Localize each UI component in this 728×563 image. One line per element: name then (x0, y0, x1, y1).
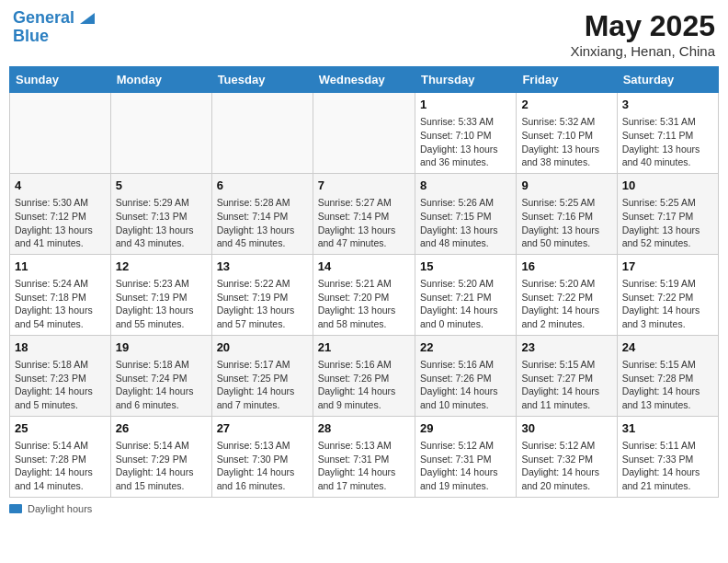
logo-text: General (13, 9, 74, 28)
day-number: 15 (420, 259, 511, 275)
day-detail: Sunrise: 5:28 AM Sunset: 7:14 PM Dayligh… (217, 196, 308, 250)
calendar-cell: 23Sunrise: 5:15 AM Sunset: 7:27 PM Dayli… (517, 335, 617, 416)
day-detail: Sunrise: 5:20 AM Sunset: 7:22 PM Dayligh… (521, 277, 611, 331)
calendar-cell: 19Sunrise: 5:18 AM Sunset: 7:24 PM Dayli… (110, 335, 211, 416)
calendar-cell: 7Sunrise: 5:27 AM Sunset: 7:14 PM Daylig… (313, 173, 415, 254)
day-detail: Sunrise: 5:26 AM Sunset: 7:15 PM Dayligh… (420, 196, 511, 250)
day-detail: Sunrise: 5:32 AM Sunset: 7:10 PM Dayligh… (521, 115, 611, 169)
weekday-header-saturday: Saturday (617, 67, 718, 93)
calendar-cell: 17Sunrise: 5:19 AM Sunset: 7:22 PM Dayli… (617, 254, 718, 335)
day-detail: Sunrise: 5:21 AM Sunset: 7:20 PM Dayligh… (318, 277, 410, 331)
calendar-cell: 13Sunrise: 5:22 AM Sunset: 7:19 PM Dayli… (211, 254, 313, 335)
calendar-cell: 6Sunrise: 5:28 AM Sunset: 7:14 PM Daylig… (211, 173, 313, 254)
calendar-table: SundayMondayTuesdayWednesdayThursdayFrid… (9, 66, 719, 498)
weekday-header-thursday: Thursday (415, 67, 516, 93)
day-detail: Sunrise: 5:13 AM Sunset: 7:30 PM Dayligh… (217, 439, 308, 493)
day-detail: Sunrise: 5:12 AM Sunset: 7:32 PM Dayligh… (521, 439, 611, 493)
day-detail: Sunrise: 5:11 AM Sunset: 7:33 PM Dayligh… (622, 439, 713, 493)
calendar-cell: 10Sunrise: 5:25 AM Sunset: 7:17 PM Dayli… (617, 173, 718, 254)
day-detail: Sunrise: 5:25 AM Sunset: 7:16 PM Dayligh… (521, 196, 611, 250)
day-number: 3 (622, 97, 713, 113)
day-number: 31 (622, 420, 713, 437)
day-number: 9 (521, 178, 611, 194)
calendar-cell: 25Sunrise: 5:14 AM Sunset: 7:28 PM Dayli… (10, 416, 111, 497)
calendar-cell: 29Sunrise: 5:12 AM Sunset: 7:31 PM Dayli… (415, 416, 516, 497)
day-number: 13 (217, 259, 308, 275)
daylight-bar-icon (9, 504, 22, 513)
weekday-header-friday: Friday (517, 67, 617, 93)
calendar-cell: 28Sunrise: 5:13 AM Sunset: 7:31 PM Dayli… (313, 416, 415, 497)
weekday-header-tuesday: Tuesday (211, 67, 313, 93)
day-number: 27 (217, 420, 308, 437)
day-number: 12 (116, 259, 207, 275)
day-detail: Sunrise: 5:23 AM Sunset: 7:19 PM Dayligh… (116, 277, 207, 331)
weekday-header-sunday: Sunday (10, 67, 111, 93)
calendar-cell: 21Sunrise: 5:16 AM Sunset: 7:26 PM Dayli… (313, 335, 415, 416)
day-detail: Sunrise: 5:22 AM Sunset: 7:19 PM Dayligh… (217, 277, 308, 331)
day-detail: Sunrise: 5:15 AM Sunset: 7:27 PM Dayligh… (521, 358, 611, 412)
svg-marker-0 (80, 13, 95, 24)
calendar-cell: 15Sunrise: 5:20 AM Sunset: 7:21 PM Dayli… (415, 254, 516, 335)
calendar-cell: 3Sunrise: 5:31 AM Sunset: 7:11 PM Daylig… (617, 93, 718, 174)
calendar-week-row: 11Sunrise: 5:24 AM Sunset: 7:18 PM Dayli… (10, 254, 719, 335)
day-number: 20 (217, 339, 308, 356)
calendar-cell: 1Sunrise: 5:33 AM Sunset: 7:10 PM Daylig… (415, 93, 516, 174)
day-number: 7 (318, 178, 410, 194)
calendar-week-row: 25Sunrise: 5:14 AM Sunset: 7:28 PM Dayli… (10, 416, 719, 497)
day-detail: Sunrise: 5:14 AM Sunset: 7:28 PM Dayligh… (15, 439, 106, 493)
calendar-cell: 31Sunrise: 5:11 AM Sunset: 7:33 PM Dayli… (617, 416, 718, 497)
day-number: 4 (15, 178, 106, 194)
calendar-title: May 2025 (570, 9, 715, 43)
calendar-week-row: 1Sunrise: 5:33 AM Sunset: 7:10 PM Daylig… (10, 93, 719, 174)
day-detail: Sunrise: 5:19 AM Sunset: 7:22 PM Dayligh… (622, 277, 713, 331)
calendar-cell (313, 93, 415, 174)
daylight-label: Daylight hours (28, 503, 92, 514)
day-number: 22 (420, 339, 511, 356)
calendar-footer: Daylight hours (9, 503, 719, 514)
calendar-cell (211, 93, 313, 174)
calendar-cell: 22Sunrise: 5:16 AM Sunset: 7:26 PM Dayli… (415, 335, 516, 416)
weekday-header-wednesday: Wednesday (313, 67, 415, 93)
day-detail: Sunrise: 5:24 AM Sunset: 7:18 PM Dayligh… (15, 277, 106, 331)
day-detail: Sunrise: 5:16 AM Sunset: 7:26 PM Dayligh… (420, 358, 511, 412)
calendar-cell: 12Sunrise: 5:23 AM Sunset: 7:19 PM Dayli… (110, 254, 211, 335)
calendar-cell: 9Sunrise: 5:25 AM Sunset: 7:16 PM Daylig… (517, 173, 617, 254)
calendar-cell: 26Sunrise: 5:14 AM Sunset: 7:29 PM Dayli… (110, 416, 211, 497)
day-detail: Sunrise: 5:15 AM Sunset: 7:28 PM Dayligh… (622, 358, 713, 412)
day-number: 30 (521, 420, 611, 437)
calendar-cell: 8Sunrise: 5:26 AM Sunset: 7:15 PM Daylig… (415, 173, 516, 254)
day-number: 6 (217, 178, 308, 194)
day-detail: Sunrise: 5:18 AM Sunset: 7:24 PM Dayligh… (116, 358, 207, 412)
day-number: 25 (15, 420, 106, 437)
day-number: 2 (521, 97, 611, 113)
day-detail: Sunrise: 5:20 AM Sunset: 7:21 PM Dayligh… (420, 277, 511, 331)
calendar-cell: 24Sunrise: 5:15 AM Sunset: 7:28 PM Dayli… (617, 335, 718, 416)
calendar-cell: 16Sunrise: 5:20 AM Sunset: 7:22 PM Dayli… (517, 254, 617, 335)
page-header: General Blue May 2025 Xinxiang, Henan, C… (9, 9, 719, 59)
day-number: 10 (622, 178, 713, 194)
logo-triangle-icon (76, 9, 95, 28)
calendar-week-row: 18Sunrise: 5:18 AM Sunset: 7:23 PM Dayli… (10, 335, 719, 416)
day-number: 17 (622, 259, 713, 275)
calendar-cell: 11Sunrise: 5:24 AM Sunset: 7:18 PM Dayli… (10, 254, 111, 335)
day-detail: Sunrise: 5:16 AM Sunset: 7:26 PM Dayligh… (318, 358, 410, 412)
day-detail: Sunrise: 5:25 AM Sunset: 7:17 PM Dayligh… (622, 196, 713, 250)
calendar-cell: 14Sunrise: 5:21 AM Sunset: 7:20 PM Dayli… (313, 254, 415, 335)
day-number: 19 (116, 339, 207, 356)
calendar-cell: 18Sunrise: 5:18 AM Sunset: 7:23 PM Dayli… (10, 335, 111, 416)
calendar-cell: 2Sunrise: 5:32 AM Sunset: 7:10 PM Daylig… (517, 93, 617, 174)
day-detail: Sunrise: 5:27 AM Sunset: 7:14 PM Dayligh… (318, 196, 410, 250)
calendar-cell: 4Sunrise: 5:30 AM Sunset: 7:12 PM Daylig… (10, 173, 111, 254)
day-number: 18 (15, 339, 106, 356)
calendar-cell (110, 93, 211, 174)
day-detail: Sunrise: 5:14 AM Sunset: 7:29 PM Dayligh… (116, 439, 207, 493)
day-detail: Sunrise: 5:29 AM Sunset: 7:13 PM Dayligh… (116, 196, 207, 250)
calendar-cell (10, 93, 111, 174)
calendar-cell: 27Sunrise: 5:13 AM Sunset: 7:30 PM Dayli… (211, 416, 313, 497)
day-detail: Sunrise: 5:12 AM Sunset: 7:31 PM Dayligh… (420, 439, 511, 493)
day-detail: Sunrise: 5:30 AM Sunset: 7:12 PM Dayligh… (15, 196, 106, 250)
day-detail: Sunrise: 5:17 AM Sunset: 7:25 PM Dayligh… (217, 358, 308, 412)
day-number: 29 (420, 420, 511, 437)
day-number: 26 (116, 420, 207, 437)
logo: General Blue (13, 9, 95, 46)
